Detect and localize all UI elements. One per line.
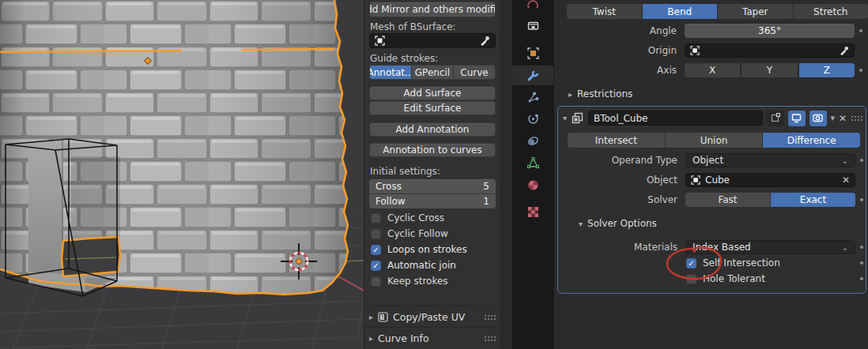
animate-dot[interactable] xyxy=(860,159,863,162)
solver-exact-button[interactable]: Exact xyxy=(771,193,855,207)
modifier-name-field[interactable]: BTool_Cube xyxy=(588,111,763,126)
object-picker-field[interactable]: Cube ✕ xyxy=(685,173,855,187)
restrictions-panel-header[interactable]: ▸ Restrictions xyxy=(568,88,632,99)
tab-render-properties[interactable] xyxy=(512,0,553,11)
cross-field[interactable]: Cross 5 xyxy=(369,179,496,193)
svg-text:T: T xyxy=(380,314,384,321)
tab-material-properties[interactable] xyxy=(512,175,553,194)
animate-dot[interactable] xyxy=(860,246,863,249)
add-annotation-button[interactable]: Add Annotation xyxy=(369,122,496,137)
bsurface-mesh-field[interactable] xyxy=(369,33,496,48)
hole-tolerant-checkbox[interactable]: ✓ xyxy=(686,274,696,284)
keep-strokes-row[interactable]: ✓ Keep strokes xyxy=(371,276,448,287)
sidebar-scrollbar[interactable] xyxy=(500,0,512,349)
guide-option-gpencil[interactable]: GPencil xyxy=(412,66,454,79)
cyclic-cross-row[interactable]: ✓ Cyclic Cross xyxy=(371,212,444,223)
modifier-grip[interactable] xyxy=(851,115,862,121)
axis-z-button[interactable]: Z xyxy=(799,63,855,77)
chevron-right-icon: ▸ xyxy=(568,90,572,99)
btool-cube-modifier-panel: ▾ BTool_Cube xyxy=(557,106,866,294)
follow-label: Follow xyxy=(376,196,406,207)
annotation-to-curves-button[interactable]: Annotation to curves xyxy=(369,143,496,157)
animate-dot[interactable] xyxy=(859,69,862,72)
printer-icon xyxy=(526,19,540,32)
tab-twist[interactable]: Twist xyxy=(567,4,642,19)
material-icon xyxy=(526,178,540,192)
cyclic-follow-row[interactable]: ✓ Cyclic Follow xyxy=(371,228,448,239)
show-in-render-toggle[interactable] xyxy=(810,111,827,126)
tab-output-properties[interactable] xyxy=(512,16,553,35)
intersect-button[interactable]: Intersect xyxy=(568,133,665,148)
animate-dot[interactable] xyxy=(860,261,863,265)
eyedropper-icon[interactable] xyxy=(840,46,849,55)
tab-stretch[interactable]: Stretch xyxy=(794,4,868,19)
clear-object-button[interactable]: ✕ xyxy=(842,174,850,186)
guide-option-curve[interactable]: Curve xyxy=(454,66,495,79)
guide-strokes-label: Guide strokes: xyxy=(370,53,438,64)
solver-label: Solver xyxy=(555,193,677,207)
add-surface-button[interactable]: Add Surface xyxy=(369,86,496,100)
keep-strokes-checkbox[interactable]: ✓ xyxy=(371,276,381,287)
angle-field[interactable]: 365° xyxy=(685,24,855,38)
deform-mode-tabs: Twist Bend Taper Stretch xyxy=(567,4,868,19)
origin-field[interactable] xyxy=(685,43,855,58)
loops-on-strokes-checkbox[interactable]: ✓ xyxy=(371,245,381,255)
chevron-down-icon: ▾ xyxy=(579,220,583,228)
operand-type-dropdown[interactable]: Object ⌄ xyxy=(685,153,855,167)
origin-label: Origin xyxy=(554,43,677,58)
animate-dot[interactable] xyxy=(860,198,863,201)
tab-object-properties[interactable] xyxy=(512,43,553,62)
properties-tab-bar xyxy=(512,0,553,349)
self-intersection-row[interactable]: ✓ Self Intersection xyxy=(686,257,780,268)
axis-y-button[interactable]: Y xyxy=(742,63,797,77)
automatic-join-checkbox[interactable]: ✓ xyxy=(371,261,381,271)
copy-paste-uv-panel-header[interactable]: ▸ T Copy/Paste UV xyxy=(369,310,496,324)
cyclic-cross-checkbox[interactable]: ✓ xyxy=(371,213,381,223)
follow-field[interactable]: Follow 1 xyxy=(369,194,496,208)
eyedropper-icon[interactable] xyxy=(480,36,490,46)
difference-button[interactable]: Difference xyxy=(763,133,860,148)
tab-taper[interactable]: Taper xyxy=(718,4,793,19)
3d-viewport[interactable] xyxy=(0,0,364,349)
tab-object-data-properties[interactable] xyxy=(512,153,553,172)
tab-modifier-properties[interactable] xyxy=(512,66,553,85)
show-in-viewport-toggle[interactable] xyxy=(788,111,806,126)
tab-particle-properties[interactable] xyxy=(512,88,553,107)
modifier-extras-dropdown[interactable]: ▾ xyxy=(831,113,836,123)
modifier-header: ▾ BTool_Cube xyxy=(563,110,862,126)
tab-bend[interactable]: Bend xyxy=(643,4,718,19)
animate-dot[interactable] xyxy=(859,29,862,32)
boolean-operation-tabs: Intersect Union Difference xyxy=(568,133,860,148)
materials-dropdown[interactable]: Index Based ⌄ xyxy=(685,240,855,254)
tab-physics-properties[interactable] xyxy=(512,109,553,128)
curve-info-panel-header[interactable]: ▸ Curve Info xyxy=(369,331,496,345)
delete-modifier-button[interactable]: ✕ xyxy=(839,113,847,124)
solver-fast-button[interactable]: Fast xyxy=(685,193,770,207)
guide-strokes-segment: Annotat... GPencil Curve xyxy=(369,65,496,80)
panel-grip[interactable] xyxy=(484,336,496,341)
animate-dot[interactable] xyxy=(860,277,863,280)
cross-value: 5 xyxy=(483,181,489,192)
axis-buttons: X Y Z xyxy=(685,63,855,77)
loops-on-strokes-row[interactable]: ✓ Loops on strokes xyxy=(371,244,467,255)
object-data-icon xyxy=(690,46,700,55)
automatic-join-row[interactable]: ✓ Automatic join xyxy=(371,260,456,271)
tab-constraint-properties[interactable] xyxy=(512,131,553,150)
tool-sidebar: Add Mirror and others modifi... Mesh of … xyxy=(364,0,500,349)
mesh-data-icon xyxy=(526,156,540,170)
hole-tolerant-row[interactable]: ✓ Hole Tolerant xyxy=(686,273,765,284)
solver-options-panel-header[interactable]: ▾ Solver Options xyxy=(579,218,657,229)
edit-surface-button[interactable]: Edit Surface xyxy=(369,101,496,115)
cyclic-follow-checkbox[interactable]: ✓ xyxy=(371,229,381,239)
union-button[interactable]: Union xyxy=(666,133,763,148)
self-intersection-checkbox[interactable]: ✓ xyxy=(686,258,696,268)
chevron-down-icon[interactable]: ▾ xyxy=(563,114,567,122)
chevron-down-icon: ⌄ xyxy=(842,243,848,252)
tab-texture-properties[interactable] xyxy=(512,202,553,221)
add-mirror-button[interactable]: Add Mirror and others modifi... xyxy=(369,2,496,17)
panel-grip[interactable] xyxy=(484,314,496,320)
edit-mode-toggle[interactable] xyxy=(767,111,784,126)
guide-option-annotation[interactable]: Annotat... xyxy=(370,66,412,79)
boolean-modifier-icon xyxy=(571,111,584,125)
axis-x-button[interactable]: X xyxy=(685,63,740,77)
